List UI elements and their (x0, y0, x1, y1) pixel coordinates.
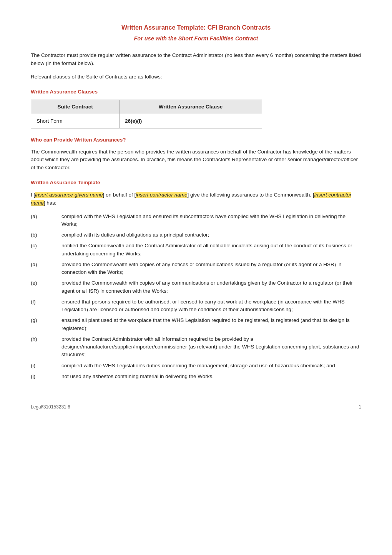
list-item-text: complied with the WHS Legislation's duti… (61, 362, 361, 370)
list-item: (f)ensured that persons required to be a… (31, 298, 361, 314)
table-header-clause: Written Assurance Clause (120, 100, 262, 114)
list-item: (g)ensured all plant used at the workpla… (31, 317, 361, 332)
list-item-text: complied with its duties and obligations… (61, 231, 361, 239)
list-item-text: provided the Commonwealth with copies of… (61, 261, 361, 277)
subtitle: For use with the Short Form Facilities C… (31, 35, 361, 43)
list-item-label: (a) (31, 213, 61, 228)
table-row: Short Form 26(e)(i) (31, 114, 262, 128)
table-header-suite: Suite Contract (31, 100, 120, 114)
list-item-label: (i) (31, 362, 61, 370)
template-insert2: insert contractor name (136, 192, 187, 198)
list-item-label: (f) (31, 298, 61, 314)
intro-paragraph-1: The Contractor must provide regular writ… (31, 52, 361, 68)
list-item-label: (j) (31, 373, 61, 380)
list-item-text: provided the Commonwealth with copies of… (61, 279, 361, 295)
section2-heading: Who can Provide Written Assurances? (31, 136, 361, 144)
list-item-label: (g) (31, 317, 61, 332)
template-end: ] has: (44, 200, 56, 206)
section2-text: The Commonwealth requires that the perso… (31, 148, 361, 172)
list-item-text: provided the Contract Administrator with… (61, 335, 361, 359)
list-item-label: (d) (31, 261, 61, 277)
template-insert1: insert assurance givers name (35, 192, 103, 198)
list-item-text: not used any asbestos containing materia… (61, 373, 361, 380)
list-item-text: ensured all plant used at the workplace … (61, 317, 361, 332)
list-item: (c)notified the Commonwealth and the Con… (31, 242, 361, 258)
list-item-text: complied with the WHS Legislation and en… (61, 213, 361, 228)
list-item-label: (c) (31, 242, 61, 258)
template-mid2: ] give the following assurances to the C… (187, 192, 314, 198)
list-container: (a)complied with the WHS Legislation and… (31, 213, 361, 381)
list-item: (a)complied with the WHS Legislation and… (31, 213, 361, 228)
list-item-text: ensured that persons required to be auth… (61, 298, 361, 314)
footer-legal: Legal\310153231.6 (31, 403, 70, 410)
table-cell-clause: 26(e)(i) (120, 114, 262, 128)
list-item: (i)complied with the WHS Legislation's d… (31, 362, 361, 370)
assurance-clauses-table: Suite Contract Written Assurance Clause … (31, 100, 262, 129)
table-cell-suite: Short Form (31, 114, 120, 128)
list-item: (h)provided the Contract Administrator w… (31, 335, 361, 359)
template-text: I [insert assurance givers name] on beha… (31, 191, 361, 207)
footer: Legal\310153231.6 1 (31, 403, 361, 410)
list-item: (d)provided the Commonwealth with copies… (31, 261, 361, 277)
list-item: (j)not used any asbestos containing mate… (31, 373, 361, 380)
main-title: Written Assurance Template: CFI Branch C… (31, 23, 361, 32)
intro-paragraph-2: Relevant clauses of the Suite of Contrac… (31, 73, 361, 81)
list-item: (b)complied with its duties and obligati… (31, 231, 361, 239)
section1-heading: Written Assurance Clauses (31, 88, 361, 96)
list-item-label: (b) (31, 231, 61, 239)
template-mid1: ] on behalf of [ (103, 192, 136, 198)
list-item-label: (e) (31, 279, 61, 295)
template-pre: I [ (31, 192, 35, 198)
list-item-label: (h) (31, 335, 61, 359)
section3-heading: Written Assurance Template (31, 179, 361, 187)
list-item-text: notified the Commonwealth and the Contra… (61, 242, 361, 258)
footer-page: 1 (359, 403, 361, 410)
list-item: (e)provided the Commonwealth with copies… (31, 279, 361, 295)
